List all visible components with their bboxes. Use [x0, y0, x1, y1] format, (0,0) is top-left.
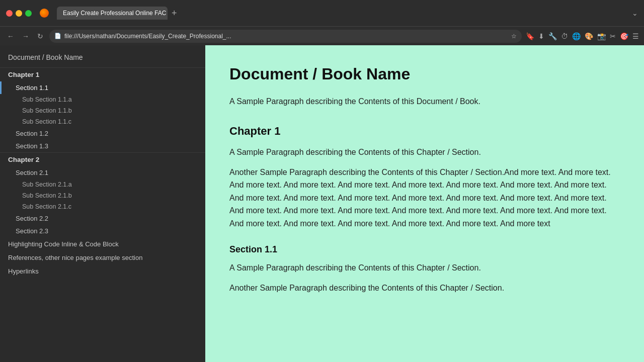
sidebar-item-section21[interactable]: Section 2.1 — [0, 166, 205, 179]
sidebar-item-hyperlinks[interactable]: Hyperlinks — [0, 264, 205, 278]
reload-button[interactable]: ↻ — [35, 31, 45, 41]
close-button[interactable] — [6, 10, 13, 17]
bookmark-icon[interactable]: ☆ — [511, 33, 517, 40]
new-tab-button[interactable]: + — [170, 8, 179, 19]
sidebar-item-subsection11c[interactable]: Sub Section 1.1.c — [0, 116, 205, 127]
sidebar-item-section11[interactable]: Section 1.1 — [0, 81, 205, 94]
sidebar: Document / Book Name Chapter 1 Section 1… — [0, 45, 205, 362]
file-icon: 📄 — [54, 33, 61, 39]
sidebar-item-section12[interactable]: Section 1.2 — [0, 127, 205, 140]
sidebar-root-title[interactable]: Document / Book Name — [0, 49, 205, 67]
sidebar-item-chapter1[interactable]: Chapter 1 — [0, 67, 205, 81]
sidebar-item-subsection21b[interactable]: Sub Section 2.1.b — [0, 190, 205, 201]
chevron-down-icon[interactable]: ⌄ — [632, 9, 638, 17]
forward-button[interactable]: → — [20, 31, 31, 41]
extension6-icon[interactable]: ✂ — [610, 32, 616, 40]
extension7-icon[interactable]: 🎯 — [620, 32, 628, 40]
tab-title: Easily Create Professional Online FAC — [63, 10, 166, 17]
section11-heading: Section 1.1 — [229, 242, 620, 257]
doc-title: Document / Book Name — [229, 61, 620, 87]
app-body: Document / Book Name Chapter 1 Section 1… — [0, 45, 644, 362]
sidebar-item-section23[interactable]: Section 2.3 — [0, 225, 205, 237]
extension1-icon[interactable]: 🔧 — [548, 32, 557, 40]
menu-icon[interactable]: ☰ — [632, 32, 639, 40]
address-text: file:///Users/nathan/Documents/Easily_Cr… — [64, 33, 508, 40]
doc-intro: A Sample Paragraph describing the Conten… — [229, 95, 620, 108]
extension2-icon[interactable]: ⏱ — [561, 32, 568, 40]
chapter1-paragraph2: Another Sample Paragraph describing the … — [229, 166, 620, 230]
extension3-icon[interactable]: 🌐 — [572, 32, 581, 40]
sidebar-item-references[interactable]: References, other nice pages example sec… — [0, 251, 205, 264]
nav-icons: 🔖 ⬇ 🔧 ⏱ 🌐 🎨 📸 ✂ 🎯 ☰ — [526, 32, 639, 40]
sidebar-item-section22[interactable]: Section 2.2 — [0, 212, 205, 225]
back-button[interactable]: ← — [5, 31, 16, 41]
pocket-icon[interactable]: 🔖 — [526, 32, 534, 40]
address-bar[interactable]: 📄 file:///Users/nathan/Documents/Easily_… — [49, 30, 522, 43]
sidebar-item-highlighting[interactable]: Highlighting Code Inline & Code Block — [0, 237, 205, 251]
extension5-icon[interactable]: 📸 — [597, 32, 606, 40]
download-icon[interactable]: ⬇ — [538, 32, 544, 40]
sidebar-item-subsection21a[interactable]: Sub Section 2.1.a — [0, 179, 205, 190]
tab-bar: Easily Create Professional Online FAC ✕ … — [57, 7, 628, 20]
extension4-icon[interactable]: 🎨 — [585, 32, 593, 40]
chapter1-paragraph1: A Sample Paragraph describing the Conten… — [229, 146, 620, 159]
firefox-icon — [40, 9, 49, 18]
main-content: Document / Book Name A Sample Paragraph … — [205, 45, 644, 362]
titlebar: Easily Create Professional Online FAC ✕ … — [0, 0, 644, 26]
navbar: ← → ↻ 📄 file:///Users/nathan/Documents/E… — [0, 26, 644, 45]
section11-paragraph1: A Sample Paragraph describing the Conten… — [229, 261, 620, 275]
sidebar-item-subsection11b[interactable]: Sub Section 1.1.b — [0, 105, 205, 116]
sidebar-item-subsection21c[interactable]: Sub Section 2.1.c — [0, 201, 205, 212]
section11-paragraph2: Another Sample Paragraph describing the … — [229, 282, 620, 295]
traffic-lights — [6, 10, 32, 17]
active-tab[interactable]: Easily Create Professional Online FAC ✕ — [57, 7, 168, 20]
sidebar-item-subsection11a[interactable]: Sub Section 1.1.a — [0, 94, 205, 105]
maximize-button[interactable] — [25, 10, 32, 17]
sidebar-item-chapter2[interactable]: Chapter 2 — [0, 152, 205, 166]
sidebar-item-section13[interactable]: Section 1.3 — [0, 140, 205, 152]
chapter1-heading: Chapter 1 — [229, 122, 620, 140]
minimize-button[interactable] — [16, 10, 22, 17]
